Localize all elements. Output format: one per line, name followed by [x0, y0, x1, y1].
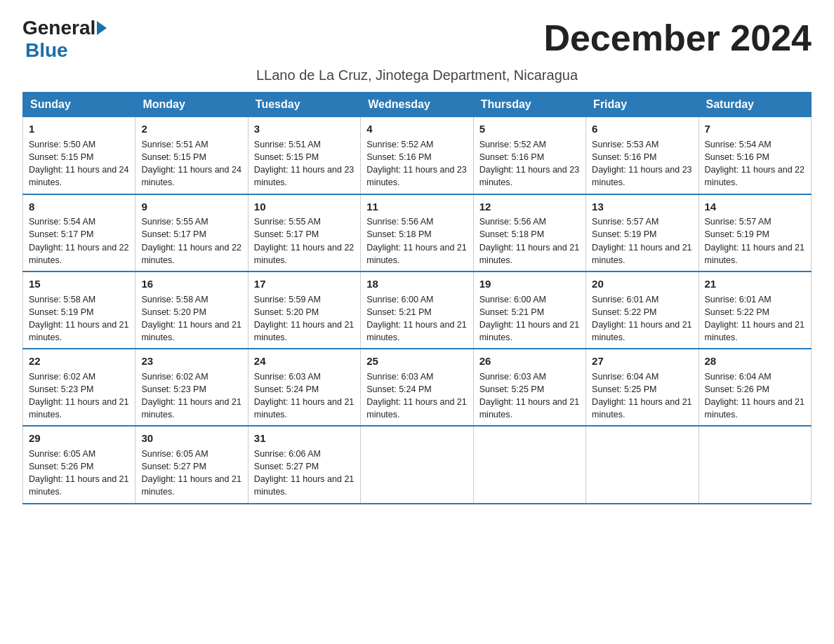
col-monday: Monday — [135, 93, 248, 117]
logo: General Blue — [22, 17, 108, 62]
calendar-day-cell — [586, 426, 699, 503]
calendar-day-cell: 3 Sunrise: 5:51 AMSunset: 5:15 PMDayligh… — [248, 117, 360, 194]
day-info: Sunrise: 6:01 AMSunset: 5:22 PMDaylight:… — [705, 295, 805, 342]
calendar-day-cell: 8 Sunrise: 5:54 AMSunset: 5:17 PMDayligh… — [23, 194, 135, 271]
day-number: 12 — [479, 199, 580, 215]
calendar-week-row: 29 Sunrise: 6:05 AMSunset: 5:26 PMDaylig… — [23, 426, 812, 503]
calendar-day-cell: 13 Sunrise: 5:57 AMSunset: 5:19 PMDaylig… — [586, 194, 699, 271]
calendar-day-cell: 5 Sunrise: 5:52 AMSunset: 5:16 PMDayligh… — [473, 117, 585, 194]
day-info: Sunrise: 5:55 AMSunset: 5:17 PMDaylight:… — [141, 217, 241, 264]
day-number: 25 — [366, 354, 467, 369]
calendar-day-cell: 23 Sunrise: 6:02 AMSunset: 5:23 PMDaylig… — [135, 349, 248, 426]
calendar-day-cell: 7 Sunrise: 5:54 AMSunset: 5:16 PMDayligh… — [699, 117, 811, 194]
day-number: 14 — [705, 199, 805, 215]
logo-arrow-icon — [97, 21, 107, 35]
day-info: Sunrise: 5:53 AMSunset: 5:16 PMDaylight:… — [592, 140, 691, 187]
day-info: Sunrise: 6:05 AMSunset: 5:26 PMDaylight:… — [29, 449, 128, 497]
col-thursday: Thursday — [473, 93, 585, 117]
day-number: 1 — [29, 121, 129, 137]
calendar-day-cell: 15 Sunrise: 5:58 AMSunset: 5:19 PMDaylig… — [23, 271, 135, 349]
calendar-header: Sunday Monday Tuesday Wednesday Thursday… — [23, 93, 812, 117]
calendar-day-cell: 26 Sunrise: 6:03 AMSunset: 5:25 PMDaylig… — [473, 349, 585, 426]
col-tuesday: Tuesday — [248, 93, 360, 117]
day-number: 18 — [366, 276, 467, 292]
day-info: Sunrise: 6:01 AMSunset: 5:22 PMDaylight:… — [592, 295, 691, 342]
day-number: 3 — [254, 121, 355, 137]
day-number: 22 — [29, 354, 129, 369]
day-info: Sunrise: 5:54 AMSunset: 5:17 PMDaylight:… — [29, 217, 128, 264]
day-info: Sunrise: 6:02 AMSunset: 5:23 PMDaylight:… — [29, 372, 128, 420]
day-info: Sunrise: 5:58 AMSunset: 5:20 PMDaylight:… — [141, 295, 241, 342]
calendar-day-cell: 9 Sunrise: 5:55 AMSunset: 5:17 PMDayligh… — [135, 194, 248, 271]
calendar-day-cell: 11 Sunrise: 5:56 AMSunset: 5:18 PMDaylig… — [361, 194, 473, 271]
day-info: Sunrise: 5:51 AMSunset: 5:15 PMDaylight:… — [254, 140, 354, 187]
day-info: Sunrise: 5:59 AMSunset: 5:20 PMDaylight:… — [254, 295, 354, 342]
day-number: 6 — [592, 121, 692, 137]
calendar-day-cell — [699, 426, 811, 503]
day-info: Sunrise: 6:06 AMSunset: 5:27 PMDaylight:… — [254, 449, 354, 497]
day-number: 28 — [705, 354, 805, 369]
day-info: Sunrise: 6:04 AMSunset: 5:25 PMDaylight:… — [592, 372, 691, 420]
calendar-day-cell: 29 Sunrise: 6:05 AMSunset: 5:26 PMDaylig… — [23, 426, 135, 503]
calendar-day-cell: 4 Sunrise: 5:52 AMSunset: 5:16 PMDayligh… — [361, 117, 473, 194]
calendar-day-cell: 22 Sunrise: 6:02 AMSunset: 5:23 PMDaylig… — [23, 349, 135, 426]
day-info: Sunrise: 5:55 AMSunset: 5:17 PMDaylight:… — [254, 217, 354, 264]
day-number: 30 — [141, 431, 241, 446]
day-info: Sunrise: 6:00 AMSunset: 5:21 PMDaylight:… — [479, 295, 579, 342]
day-info: Sunrise: 5:52 AMSunset: 5:16 PMDaylight:… — [366, 140, 466, 187]
calendar-week-row: 8 Sunrise: 5:54 AMSunset: 5:17 PMDayligh… — [23, 194, 812, 271]
calendar-day-cell: 1 Sunrise: 5:50 AMSunset: 5:15 PMDayligh… — [23, 117, 135, 194]
day-number: 24 — [254, 354, 355, 369]
calendar-day-cell: 12 Sunrise: 5:56 AMSunset: 5:18 PMDaylig… — [473, 194, 585, 271]
calendar-day-cell: 27 Sunrise: 6:04 AMSunset: 5:25 PMDaylig… — [586, 349, 699, 426]
day-number: 2 — [141, 121, 241, 137]
day-number: 11 — [366, 199, 467, 215]
calendar-day-cell: 24 Sunrise: 6:03 AMSunset: 5:24 PMDaylig… — [248, 349, 360, 426]
day-number: 4 — [366, 121, 467, 137]
day-number: 20 — [592, 276, 692, 292]
calendar-day-cell — [473, 426, 585, 503]
logo-blue-text: Blue — [25, 39, 68, 61]
calendar-week-row: 22 Sunrise: 6:02 AMSunset: 5:23 PMDaylig… — [23, 349, 812, 426]
day-info: Sunrise: 5:57 AMSunset: 5:19 PMDaylight:… — [705, 217, 805, 264]
day-info: Sunrise: 6:02 AMSunset: 5:23 PMDaylight:… — [141, 372, 241, 420]
calendar-body: 1 Sunrise: 5:50 AMSunset: 5:15 PMDayligh… — [23, 117, 812, 504]
day-info: Sunrise: 6:03 AMSunset: 5:24 PMDaylight:… — [366, 372, 466, 420]
col-saturday: Saturday — [699, 93, 811, 117]
calendar-day-cell: 2 Sunrise: 5:51 AMSunset: 5:15 PMDayligh… — [135, 117, 248, 194]
calendar-day-cell: 25 Sunrise: 6:03 AMSunset: 5:24 PMDaylig… — [361, 349, 473, 426]
day-number: 10 — [254, 199, 355, 215]
day-number: 13 — [592, 199, 692, 215]
day-number: 8 — [29, 199, 129, 215]
day-number: 21 — [705, 276, 805, 292]
day-info: Sunrise: 5:56 AMSunset: 5:18 PMDaylight:… — [479, 217, 579, 264]
day-info: Sunrise: 5:51 AMSunset: 5:15 PMDaylight:… — [141, 140, 241, 187]
col-wednesday: Wednesday — [361, 93, 473, 117]
day-info: Sunrise: 6:00 AMSunset: 5:21 PMDaylight:… — [366, 295, 466, 342]
day-info: Sunrise: 5:50 AMSunset: 5:15 PMDaylight:… — [29, 140, 128, 187]
day-info: Sunrise: 5:52 AMSunset: 5:16 PMDaylight:… — [479, 140, 579, 187]
calendar-table: Sunday Monday Tuesday Wednesday Thursday… — [22, 92, 812, 504]
calendar-day-cell — [361, 426, 473, 503]
logo-general-text: General — [22, 17, 95, 39]
day-info: Sunrise: 5:56 AMSunset: 5:18 PMDaylight:… — [366, 217, 466, 264]
day-number: 16 — [141, 276, 241, 292]
calendar-day-cell: 10 Sunrise: 5:55 AMSunset: 5:17 PMDaylig… — [248, 194, 360, 271]
calendar-day-cell: 21 Sunrise: 6:01 AMSunset: 5:22 PMDaylig… — [699, 271, 811, 349]
location-subtitle: LLano de La Cruz, Jinotega Department, N… — [22, 67, 812, 83]
col-sunday: Sunday — [23, 93, 135, 117]
calendar-day-cell: 16 Sunrise: 5:58 AMSunset: 5:20 PMDaylig… — [135, 271, 248, 349]
calendar-day-cell: 20 Sunrise: 6:01 AMSunset: 5:22 PMDaylig… — [586, 271, 699, 349]
col-friday: Friday — [586, 93, 699, 117]
page-header: General Blue December 2024 — [22, 17, 812, 62]
calendar-day-cell: 18 Sunrise: 6:00 AMSunset: 5:21 PMDaylig… — [361, 271, 473, 349]
day-number: 26 — [479, 354, 580, 369]
calendar-day-cell: 17 Sunrise: 5:59 AMSunset: 5:20 PMDaylig… — [248, 271, 360, 349]
day-number: 17 — [254, 276, 355, 292]
day-header-row: Sunday Monday Tuesday Wednesday Thursday… — [23, 93, 812, 117]
calendar-day-cell: 14 Sunrise: 5:57 AMSunset: 5:19 PMDaylig… — [699, 194, 811, 271]
day-number: 9 — [141, 199, 241, 215]
day-info: Sunrise: 6:05 AMSunset: 5:27 PMDaylight:… — [141, 449, 241, 497]
day-number: 29 — [29, 431, 129, 446]
day-number: 15 — [29, 276, 129, 292]
